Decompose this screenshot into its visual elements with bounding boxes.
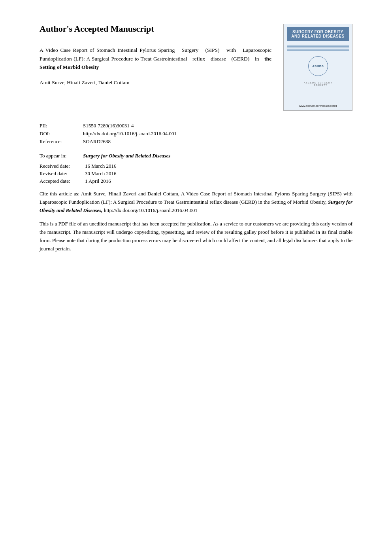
doi-label: DOI:	[40, 131, 83, 137]
cite-prefix: Cite this article as: Amit Surve, Hinali…	[40, 191, 352, 205]
received-row: Received date: 16 March 2016	[40, 163, 352, 169]
journal-url: www.elsevier.com/locate/soard	[299, 100, 337, 107]
journal-cover-title: SURGERY FOR OBESITY AND RELATED DISEASES	[287, 27, 349, 41]
accepted-label: Accepted date:	[40, 178, 85, 184]
cover-line-5	[287, 47, 349, 47]
disclaimer-section: This is a PDF file of an unedited manusc…	[40, 220, 352, 253]
journal-footer-text: A S C E D S S U R G E R Y S O C I E T Y	[304, 81, 332, 86]
appear-journal: Surgery for Obesity and Related Diseases	[83, 153, 170, 159]
header-section: Author's Accepted Manuscript A Video Cas…	[40, 24, 352, 111]
doi-row: DOI: http://dx.doi.org/10.1016/j.soard.2…	[40, 131, 352, 137]
reference-label: Reference:	[40, 138, 83, 145]
asmbs-badge: ASMBS	[308, 56, 328, 76]
journal-logo-area: ASMBS A S C E D S S U R G E R Y S O C I …	[304, 56, 332, 86]
reference-value: SOARD2638	[83, 138, 111, 145]
revised-value: 30 March 2016	[85, 170, 116, 177]
cover-decorative-lines	[287, 44, 349, 51]
pii-value: S1550-7289(16)30031-4	[83, 123, 134, 129]
cite-section: Cite this article as: Amit Surve, Hinali…	[40, 190, 352, 214]
authors: Amit Surve, Hinali Zaveri, Daniel Cottam	[40, 80, 271, 86]
revised-row: Revised date: 30 March 2016	[40, 170, 352, 177]
cover-line-3	[287, 45, 349, 46]
appear-in-row: To appear in: Surgery for Obesity and Re…	[40, 153, 352, 159]
cover-line-4	[287, 46, 349, 47]
revised-label: Revised date:	[40, 170, 85, 177]
accepted-value: 1 April 2016	[85, 178, 111, 184]
pii-row: PII: S1550-7289(16)30031-4	[40, 123, 352, 129]
article-title-text: A Video Case Report of Stomach Intestina…	[40, 47, 271, 70]
article-title: A Video Case Report of Stomach Intestina…	[40, 46, 271, 72]
journal-cover: SURGERY FOR OBESITY AND RELATED DISEASES…	[283, 24, 352, 111]
cover-line-9	[287, 50, 349, 51]
cover-line-7	[287, 49, 349, 49]
manuscript-label: Author's Accepted Manuscript	[40, 24, 271, 34]
appear-label: To appear in:	[40, 153, 83, 159]
cover-line-8	[287, 49, 349, 50]
doi-value: http://dx.doi.org/10.1016/j.soard.2016.0…	[83, 131, 177, 137]
pii-label: PII:	[40, 123, 83, 129]
received-value: 16 March 2016	[85, 163, 116, 169]
reference-row: Reference: SOARD2638	[40, 138, 352, 145]
cover-line-6	[287, 48, 349, 48]
left-content: Author's Accepted Manuscript A Video Cas…	[40, 24, 283, 86]
received-label: Received date:	[40, 163, 85, 169]
manuscript-page: Author's Accepted Manuscript A Video Cas…	[0, 0, 392, 555]
accepted-row: Accepted date: 1 April 2016	[40, 178, 352, 184]
metadata-section: PII: S1550-7289(16)30031-4 DOI: http://d…	[40, 123, 352, 145]
cover-line-2	[287, 45, 349, 45]
dates-section: Received date: 16 March 2016 Revised dat…	[40, 163, 352, 184]
cite-doi: http://dx.doi.org/10.1016/j.soard.2016.0…	[104, 207, 198, 213]
cover-line-1	[287, 44, 349, 44]
